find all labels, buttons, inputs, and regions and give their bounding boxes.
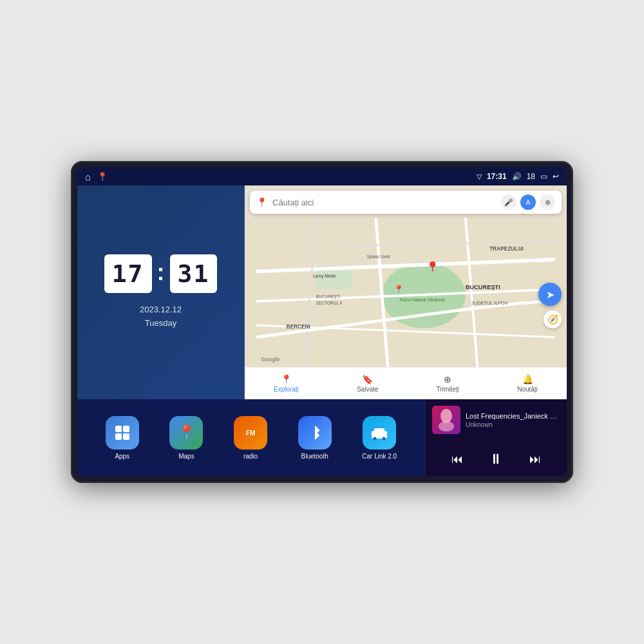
music-controls: ⏮ ⏸ ⏭: [432, 448, 560, 470]
bluetooth-icon: [298, 416, 332, 450]
trimiteti-label: Trimiteți: [437, 386, 459, 393]
status-time: 17:31: [487, 172, 507, 181]
app-item-carlink[interactable]: Car Link 2.0: [362, 416, 397, 460]
prev-btn[interactable]: ⏮: [446, 450, 468, 469]
app-item-apps[interactable]: Apps: [106, 416, 139, 460]
volume-level: 18: [527, 172, 535, 181]
music-player: Lost Frequencies_Janieck Devy-... Unknow…: [425, 399, 567, 477]
salvate-icon: 🔖: [362, 374, 373, 384]
status-right: ▽ 17:31 🔊 18 ▭ ↩: [477, 172, 559, 181]
main-content: 17 : 31 2023.12.12 Tuesday 📍 Căutați aic…: [77, 185, 567, 477]
svg-text:BUCUREȘTI: BUCUREȘTI: [316, 294, 341, 299]
volume-icon: 🔊: [512, 172, 522, 181]
status-left: ⌂ 📍: [85, 171, 108, 182]
status-bar: ⌂ 📍 ▽ 17:31 🔊 18 ▭ ↩: [77, 167, 567, 185]
apps-label: Apps: [115, 453, 129, 460]
map-bottom-bar: 📍 Explorați 🔖 Salvate ⊕ Trimiteți 🔔: [245, 367, 567, 399]
trimiteti-icon: ⊕: [444, 374, 451, 384]
svg-text:Parcul Natural Văcărești: Parcul Natural Văcărești: [400, 298, 445, 303]
album-art: [432, 406, 460, 434]
noutati-icon: 🔔: [522, 374, 533, 384]
svg-point-33: [439, 421, 454, 431]
explorari-icon: 📍: [281, 374, 292, 384]
svg-rect-25: [115, 433, 122, 440]
clock-date: 2023.12.12 Tuesday: [140, 303, 182, 330]
svg-point-32: [440, 409, 452, 423]
battery-icon: ▭: [540, 172, 547, 181]
music-title: Lost Frequencies_Janieck Devy-...: [466, 412, 560, 420]
svg-rect-24: [123, 426, 129, 432]
map-compass-btn[interactable]: 🧭: [544, 310, 562, 328]
noutati-label: Noutăți: [517, 386, 538, 393]
music-info: Lost Frequencies_Janieck Devy-... Unknow…: [432, 406, 560, 434]
explorari-label: Explorați: [274, 386, 299, 393]
map-panel[interactable]: 📍 Căutați aici 🎤 A ⊕: [245, 185, 567, 399]
map-navigate-btn[interactable]: ➤: [538, 283, 562, 306]
music-text: Lost Frequencies_Janieck Devy-... Unknow…: [466, 412, 560, 428]
app-item-maps[interactable]: 📍 Maps: [169, 416, 203, 460]
svg-rect-28: [374, 428, 384, 433]
map-search-controls: 🎤 A ⊕: [501, 194, 555, 210]
salvate-label: Salvate: [357, 386, 378, 393]
svg-rect-23: [115, 426, 122, 432]
svg-rect-26: [123, 433, 129, 440]
car-infotainment-device: ⌂ 📍 ▽ 17:31 🔊 18 ▭ ↩ 17 :: [71, 161, 573, 483]
svg-text:BERCENI: BERCENI: [286, 323, 310, 330]
top-row: 17 : 31 2023.12.12 Tuesday 📍 Căutați aic…: [77, 185, 567, 399]
voice-search-btn[interactable]: 🎤: [501, 194, 516, 210]
app-item-bluetooth[interactable]: Bluetooth: [298, 416, 332, 460]
carlink-label: Car Link 2.0: [362, 453, 397, 460]
map-tab-salvate[interactable]: 🔖 Salvate: [357, 374, 378, 393]
clock-hours: 17: [104, 254, 152, 293]
map-search-bar[interactable]: 📍 Căutați aici 🎤 A ⊕: [250, 191, 562, 214]
map-tab-trimiteti[interactable]: ⊕ Trimiteți: [437, 374, 459, 393]
back-icon[interactable]: ↩: [553, 172, 559, 181]
svg-text:Splaiul Unirii: Splaiul Unirii: [367, 254, 390, 260]
clock-display: 17 : 31: [104, 254, 218, 293]
bottom-row: Apps 📍 Maps FM radio: [77, 399, 567, 477]
clock-minutes: 31: [170, 254, 218, 293]
clock-separator: :: [157, 259, 165, 286]
signal-icon: ▽: [477, 173, 482, 181]
svg-text:Leroy Merlin: Leroy Merlin: [313, 274, 336, 279]
map-tab-explorari[interactable]: 📍 Explorați: [274, 374, 299, 393]
home-nav-icon[interactable]: ⌂: [85, 171, 91, 182]
svg-text:TRAPEZULUI: TRAPEZULUI: [489, 245, 524, 252]
maps-nav-icon[interactable]: 📍: [97, 172, 108, 182]
app-item-radio[interactable]: FM radio: [234, 416, 267, 460]
music-artist: Unknown: [466, 421, 560, 428]
account-btn[interactable]: A: [520, 194, 536, 210]
play-pause-btn[interactable]: ⏸: [484, 448, 508, 470]
svg-text:Google: Google: [261, 356, 279, 363]
bluetooth-label: Bluetooth: [301, 453, 328, 460]
svg-text:JUDEȚUL ILFOV: JUDEȚUL ILFOV: [471, 300, 508, 306]
apps-section: Apps 📍 Maps FM radio: [77, 399, 425, 477]
map-content: TRAPEZULUI BUCUREȘTI JUDEȚUL ILFOV Parcu…: [245, 218, 567, 367]
svg-text:SECTORUL 4: SECTORUL 4: [316, 301, 343, 305]
map-pin-icon: 📍: [256, 197, 267, 207]
next-btn[interactable]: ⏭: [524, 450, 546, 469]
map-search-placeholder[interactable]: Căutați aici: [272, 198, 496, 207]
layers-btn[interactable]: ⊕: [540, 194, 555, 210]
svg-text:📍: 📍: [393, 284, 404, 295]
device-screen: ⌂ 📍 ▽ 17:31 🔊 18 ▭ ↩ 17 :: [77, 167, 567, 477]
maps-label: Maps: [178, 453, 194, 460]
svg-text:BUCUREȘTI: BUCUREȘTI: [466, 284, 500, 290]
clock-panel: 17 : 31 2023.12.12 Tuesday: [77, 185, 245, 399]
map-tab-noutati[interactable]: 🔔 Noutăți: [517, 374, 538, 393]
carlink-icon: [363, 416, 396, 450]
apps-icon: [106, 416, 139, 450]
maps-icon: 📍: [169, 416, 203, 450]
radio-label: radio: [243, 453, 258, 460]
radio-icon: FM: [234, 416, 267, 450]
